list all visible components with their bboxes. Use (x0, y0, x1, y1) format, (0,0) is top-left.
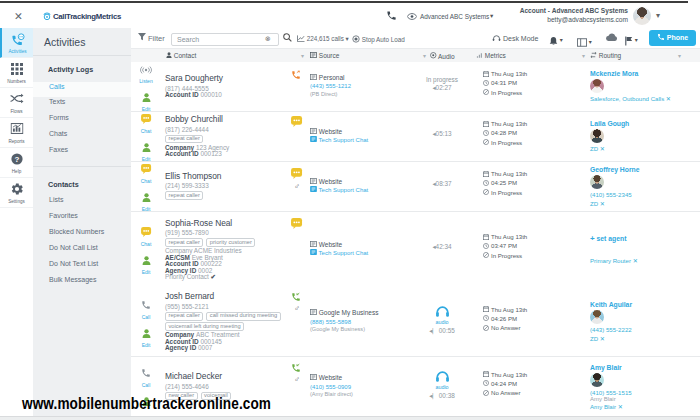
svg-text:?: ? (14, 155, 19, 164)
